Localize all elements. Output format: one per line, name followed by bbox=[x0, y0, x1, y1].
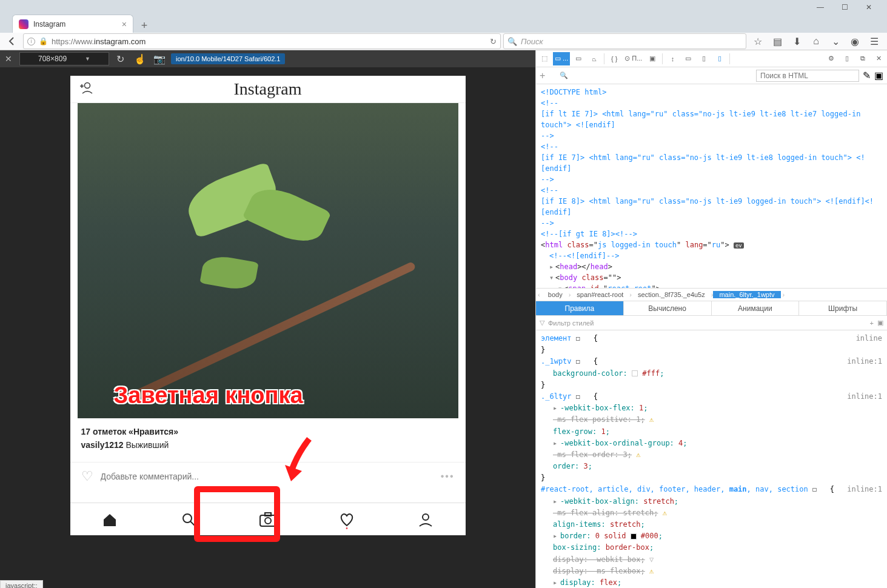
inspector-tab[interactable]: ▭ ... bbox=[553, 52, 570, 65]
memory-icon[interactable]: ▣ bbox=[645, 52, 660, 65]
rdm-close-button[interactable]: ✕ bbox=[1, 52, 16, 65]
breadcrumb-item[interactable]: section._8f735._e4u5z bbox=[632, 291, 711, 298]
network-icon[interactable]: ↕ bbox=[665, 52, 680, 65]
browser-window: — ☐ ✕ Instagram × + i 🔒 https://www.inst… bbox=[0, 0, 887, 588]
tab-title: Instagram bbox=[33, 20, 65, 28]
crumb-left-chevron[interactable]: ‹ bbox=[536, 291, 542, 298]
responsive-design-pane: ✕ 708×809 ▼ ↻ ☝ 📷 ion/10.0 Mobile/14D27 … bbox=[0, 50, 535, 588]
pocket-icon[interactable]: ⌄ bbox=[826, 33, 845, 50]
fonts-tab[interactable]: Шрифты bbox=[799, 301, 887, 315]
performance-icon[interactable]: ⊙ П... bbox=[623, 52, 644, 65]
search-icon: 🔍 bbox=[560, 72, 568, 79]
device-viewport: Instagram Заветная кнопка 17 отметок «Нр… bbox=[0, 67, 535, 588]
add-rule-button[interactable]: + bbox=[870, 319, 874, 327]
back-button[interactable] bbox=[4, 33, 21, 50]
styles-filter-row: ▽ Фильтр стилей + ▣ bbox=[536, 316, 887, 330]
rdm-dimensions[interactable]: 708×809 ▼ bbox=[19, 52, 109, 65]
css-rules-panel[interactable]: элемент ☐ { inline } ._1wptv ☐ { inline:… bbox=[536, 330, 887, 588]
svg-rect-5 bbox=[265, 513, 271, 516]
rules-tab[interactable]: Правила bbox=[536, 301, 624, 315]
branch-graphic bbox=[127, 261, 416, 402]
post-image[interactable]: Заветная кнопка bbox=[78, 103, 458, 418]
eyedropper-icon[interactable]: ▣ bbox=[874, 70, 883, 81]
style-editor-icon[interactable]: { } bbox=[607, 52, 621, 65]
popout-icon[interactable]: ⧉ bbox=[855, 52, 870, 65]
svg-point-6 bbox=[423, 514, 429, 520]
content-area: ✕ 708×809 ▼ ↻ ☝ 📷 ion/10.0 Mobile/14D27 … bbox=[0, 50, 887, 588]
breadcrumb-item[interactable]: body bbox=[542, 291, 569, 298]
nav-search-icon[interactable] bbox=[149, 503, 228, 535]
search-field[interactable]: 🔍 Поиск bbox=[503, 33, 746, 49]
caption-text: Выживший bbox=[126, 440, 169, 450]
breadcrumb-item[interactable]: main._6ltyr._1wptv bbox=[713, 291, 780, 298]
html-search-input[interactable] bbox=[756, 70, 859, 82]
nav-camera-icon[interactable] bbox=[228, 503, 307, 535]
window-minimize-button[interactable]: — bbox=[808, 0, 832, 15]
search-icon: 🔍 bbox=[507, 37, 517, 46]
notification-dot: • bbox=[346, 525, 348, 532]
rdm-toggle-icon[interactable]: ▯ bbox=[712, 52, 727, 65]
dimensions-text: 708×809 bbox=[38, 55, 67, 63]
instagram-logo: Instagram bbox=[234, 79, 302, 99]
add-user-icon[interactable] bbox=[79, 81, 95, 98]
devtools-toolbar: ⬚ ▭ ... ▭ ⏢ { } ⊙ П... ▣ ↕ ▭ ▯ ▯ ⚙ ▯ ⧉ ✕ bbox=[536, 50, 887, 67]
animations-tab[interactable]: Анимации bbox=[712, 301, 800, 315]
rdm-toolbar: ✕ 708×809 ▼ ↻ ☝ 📷 ion/10.0 Mobile/14D27 … bbox=[0, 50, 535, 67]
nav-activity-icon[interactable]: • bbox=[307, 503, 386, 535]
user-agent-field[interactable]: ion/10.0 Mobile/14D27 Safari/602.1 bbox=[171, 53, 285, 64]
info-icon: i bbox=[27, 38, 35, 45]
html-tree[interactable]: <!DOCTYPE html> <!-- [if lt IE 7]> <html… bbox=[536, 84, 887, 288]
edit-html-icon[interactable]: ✎ bbox=[863, 70, 871, 81]
containers-icon[interactable]: ◉ bbox=[846, 33, 864, 50]
home-icon[interactable]: ⌂ bbox=[807, 33, 825, 50]
crumb-right-chevron[interactable]: › bbox=[781, 291, 787, 298]
instagram-favicon bbox=[19, 19, 28, 29]
toggle-pseudo-button[interactable]: ▣ bbox=[877, 319, 883, 327]
bookmark-star-icon[interactable]: ☆ bbox=[749, 33, 767, 50]
console-tab-icon[interactable]: ▭ bbox=[571, 52, 586, 65]
accessibility-icon[interactable]: ▯ bbox=[697, 52, 711, 65]
more-icon[interactable]: ••• bbox=[441, 471, 455, 482]
inspector-pick-icon[interactable]: ⬚ bbox=[537, 52, 552, 65]
close-devtools-button[interactable]: ✕ bbox=[871, 52, 886, 65]
nav-profile-icon[interactable] bbox=[386, 503, 465, 535]
filter-placeholder[interactable]: Фильтр стилей bbox=[548, 319, 594, 327]
window-maximize-button[interactable]: ☐ bbox=[832, 0, 857, 15]
breadcrumb-item[interactable]: span#react-root bbox=[571, 291, 629, 298]
breadcrumb-bar: ‹ body › span#react-root › section._8f73… bbox=[536, 288, 887, 301]
new-tab-button[interactable]: + bbox=[136, 18, 153, 33]
debugger-tab-icon[interactable]: ⏢ bbox=[587, 52, 601, 65]
username[interactable]: vasily1212 bbox=[81, 440, 124, 450]
tab-close-button[interactable]: × bbox=[122, 19, 127, 29]
url-field[interactable]: i 🔒 https://www.instagram.com ↻ bbox=[23, 33, 501, 49]
svg-line-2 bbox=[190, 521, 195, 526]
dock-icon[interactable]: ▯ bbox=[840, 52, 854, 65]
tab-strip: Instagram × + bbox=[0, 15, 887, 33]
downloads-icon[interactable]: ⬇ bbox=[788, 33, 806, 50]
filter-icon: ▽ bbox=[540, 319, 544, 327]
bottom-nav: • bbox=[70, 503, 466, 535]
instagram-mobile-page: Instagram Заветная кнопка 17 отметок «Нр… bbox=[70, 76, 466, 535]
status-bar: javascript:; bbox=[0, 580, 43, 588]
screenshot-button[interactable]: 📷 bbox=[152, 52, 167, 65]
address-bar: i 🔒 https://www.instagram.com ↻ 🔍 Поиск … bbox=[0, 33, 887, 50]
computed-tab[interactable]: Вычислено bbox=[624, 301, 712, 315]
rotate-button[interactable]: ↻ bbox=[113, 52, 129, 65]
menu-icon[interactable]: ☰ bbox=[865, 33, 883, 50]
touch-button[interactable]: ☝ bbox=[132, 52, 148, 65]
separator bbox=[662, 53, 663, 64]
heart-icon[interactable]: ♡ bbox=[81, 469, 93, 484]
window-close-button[interactable]: ✕ bbox=[857, 0, 881, 15]
add-node-button[interactable]: + bbox=[540, 70, 545, 81]
comment-input[interactable] bbox=[101, 472, 433, 481]
likes-count[interactable]: 17 отметок «Нравится» bbox=[81, 427, 455, 436]
post-caption: vasily1212 Выживший bbox=[81, 440, 455, 450]
separator bbox=[729, 53, 730, 64]
separator bbox=[604, 53, 604, 64]
storage-icon[interactable]: ▭ bbox=[681, 52, 695, 65]
settings-icon[interactable]: ⚙ bbox=[824, 52, 838, 65]
library-icon[interactable]: ▤ bbox=[768, 33, 786, 50]
reload-button[interactable]: ↻ bbox=[490, 37, 497, 46]
browser-tab[interactable]: Instagram × bbox=[12, 15, 133, 33]
nav-home-icon[interactable] bbox=[70, 503, 149, 535]
